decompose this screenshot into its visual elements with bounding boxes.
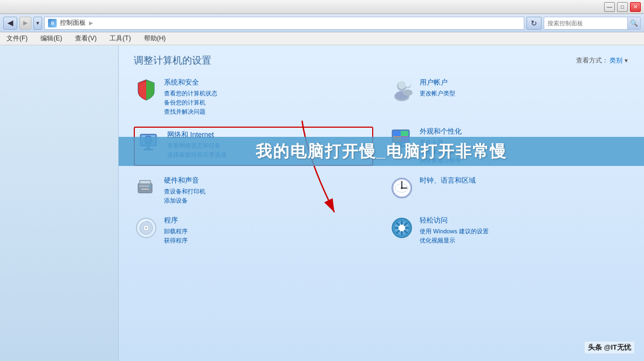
search-icon[interactable]: 🔍 xyxy=(627,17,640,29)
hardware-link-0[interactable]: 查设备和打印机 xyxy=(164,188,205,196)
category-hardware: 硬件和声音 查设备和打印机 添加设备 xyxy=(134,176,373,206)
hardware-text: 硬件和声音 查设备和打印机 添加设备 xyxy=(164,176,205,206)
svg-rect-27 xyxy=(140,181,150,183)
programs-text: 程序 卸载程序 获得程序 xyxy=(164,216,188,246)
menu-view[interactable]: 查看(V) xyxy=(73,33,99,44)
menu-bar: 文件(F) 编辑(E) 查看(V) 工具(T) 帮助(H) xyxy=(0,32,644,45)
svg-point-6 xyxy=(403,89,413,96)
close-button[interactable]: ✕ xyxy=(630,2,641,12)
clock-icon xyxy=(389,176,414,200)
programs-link-1[interactable]: 获得程序 xyxy=(164,237,188,245)
view-mode-arrow-icon[interactable]: ▼ xyxy=(624,58,629,64)
view-mode: 查看方式： 类别 ▼ xyxy=(576,56,629,65)
watermark: 头条 @IT无忧 xyxy=(585,342,634,353)
category-clock: 时钟、语言和区域 xyxy=(389,176,629,206)
category-user: 用户帐户 更改帐户类型 xyxy=(389,78,629,117)
svg-point-33 xyxy=(401,187,403,189)
view-mode-value[interactable]: 类别 xyxy=(609,56,622,65)
user-title[interactable]: 用户帐户 xyxy=(420,78,455,87)
refresh-button[interactable]: ↻ xyxy=(526,17,542,30)
appearance-title[interactable]: 外观和个性化 xyxy=(420,127,462,136)
minimize-button[interactable]: — xyxy=(604,2,615,12)
programs-icon xyxy=(134,216,159,240)
category-system: 系统和安全 查看您的计算机状态 备份您的计算机 查找并解决问题 xyxy=(134,78,373,117)
address-bar: ◀ ▶ ▼ 🖥 控制面板 ▶ ↻ 🔍 xyxy=(0,14,644,32)
menu-edit[interactable]: 编辑(E) xyxy=(38,33,64,44)
menu-tools[interactable]: 工具(T) xyxy=(107,33,133,44)
maximize-button[interactable]: □ xyxy=(617,2,628,12)
svg-point-38 xyxy=(145,227,147,229)
user-icon xyxy=(389,78,414,102)
main-content: 调整计算机的设置 查看方式： 类别 ▼ xyxy=(0,45,644,361)
svg-point-1 xyxy=(398,81,406,89)
content-area: 调整计算机的设置 查看方式： 类别 ▼ xyxy=(119,45,644,361)
programs-link-0[interactable]: 卸载程序 xyxy=(164,227,188,235)
svg-rect-23 xyxy=(138,183,152,193)
menu-help[interactable]: 帮助(H) xyxy=(142,33,168,44)
svg-rect-17 xyxy=(393,131,401,136)
access-link-1[interactable]: 优化视频显示 xyxy=(420,237,489,245)
menu-file[interactable]: 文件(F) xyxy=(4,33,30,44)
hardware-link-1[interactable]: 添加设备 xyxy=(164,197,205,205)
clock-text: 时钟、语言和区域 xyxy=(420,176,476,188)
system-link-1[interactable]: 备份您的计算机 xyxy=(164,99,217,107)
system-text: 系统和安全 查看您的计算机状态 备份您的计算机 查找并解决问题 xyxy=(164,78,217,117)
address-sep: ▶ xyxy=(89,20,93,26)
dropdown-button[interactable]: ▼ xyxy=(33,17,42,30)
window-chrome: — □ ✕ xyxy=(0,0,644,14)
user-link-0[interactable]: 更改帐户类型 xyxy=(420,89,455,98)
access-icon xyxy=(389,216,414,240)
svg-rect-18 xyxy=(401,131,408,136)
category-access: 轻松访问 使用 Windows 建议的设置 优化视频显示 xyxy=(389,216,629,246)
svg-rect-25 xyxy=(141,189,149,190)
banner-overlay: 我的电脑打开慢_电脑打开非常慢 xyxy=(119,137,644,166)
address-path: 🖥 控制面板 ▶ xyxy=(44,17,524,30)
svg-point-28 xyxy=(149,185,151,188)
category-programs: 程序 卸载程序 获得程序 xyxy=(134,216,373,246)
address-root: 控制面板 xyxy=(60,18,86,27)
svg-point-5 xyxy=(405,81,410,87)
svg-point-46 xyxy=(399,225,405,231)
view-mode-label: 查看方式： xyxy=(576,56,608,65)
programs-title[interactable]: 程序 xyxy=(164,216,188,225)
back-button[interactable]: ◀ xyxy=(3,17,17,30)
search-box[interactable]: 🔍 xyxy=(544,17,641,30)
user-text: 用户帐户 更改帐户类型 xyxy=(420,78,455,99)
system-title[interactable]: 系统和安全 xyxy=(164,78,217,87)
access-link-0[interactable]: 使用 Windows 建议的设置 xyxy=(420,227,489,235)
page-title-bar: 调整计算机的设置 查看方式： 类别 ▼ xyxy=(134,54,629,67)
forward-button[interactable]: ▶ xyxy=(19,17,31,30)
access-text: 轻松访问 使用 Windows 建议的设置 优化视频显示 xyxy=(420,216,489,246)
hardware-title[interactable]: 硬件和声音 xyxy=(164,176,205,185)
hardware-icon xyxy=(134,176,159,200)
banner-text: 我的电脑打开慢_电脑打开非常慢 xyxy=(256,141,508,163)
sidebar xyxy=(0,45,119,361)
access-title[interactable]: 轻松访问 xyxy=(420,216,489,225)
clock-title[interactable]: 时钟、语言和区域 xyxy=(420,176,476,185)
system-link-0[interactable]: 查看您的计算机状态 xyxy=(164,89,217,98)
address-icon: 🖥 xyxy=(48,19,57,27)
system-link-2[interactable]: 查找并解决问题 xyxy=(164,108,217,116)
system-icon xyxy=(134,78,159,102)
page-title: 调整计算机的设置 xyxy=(134,54,211,67)
search-input[interactable] xyxy=(544,20,627,26)
